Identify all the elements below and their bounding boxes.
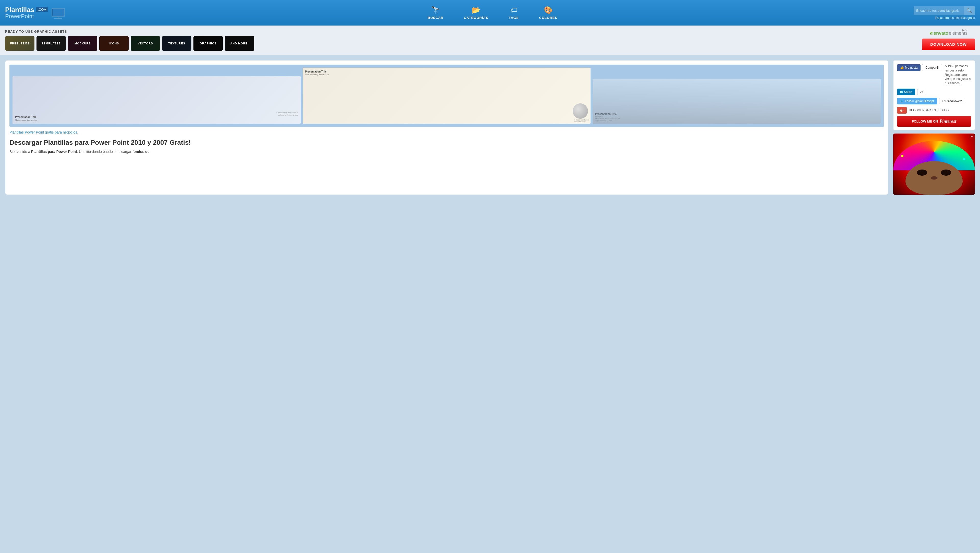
logo-com: .COM (36, 7, 48, 12)
linkedin-share-label: Share (904, 90, 912, 94)
banner-item-textures[interactable]: TEXTURES (162, 36, 191, 51)
banner-item-more[interactable]: AND MORE! (225, 36, 254, 51)
twitter-followers-count: 1,974 followers (939, 98, 966, 104)
page-description: Bienvenido a Plantillas para Power Point… (10, 149, 884, 155)
banner-label-icons: ICONS (109, 42, 119, 45)
pinterest-script-text: Pinterest (939, 119, 956, 124)
logo[interactable]: Plantillas .COM PowerPoint (5, 6, 76, 20)
nav-label-colores: COLORES (539, 16, 557, 20)
desc-rest: . Un sitio donde puedes descargar (77, 150, 132, 154)
banner-items: FREE ITEMS TEMPLATES MOCKUPS ICONS VECTO… (5, 36, 254, 51)
slide-title-1: Presentation Title (15, 116, 298, 118)
banner-item-templates[interactable]: TEMPLATES (37, 36, 66, 51)
ad-badge: ▶ (971, 135, 973, 138)
tag-icon: 🏷 (510, 6, 517, 14)
linkedin-count: 24 (917, 89, 926, 95)
banner-label-vectors: VECTORS (138, 42, 153, 45)
eye-right (941, 169, 951, 176)
content-right: 👍 Me gusta Compartir A 1950 personas les… (893, 60, 975, 195)
fb-social-text: A 1950 personas les gusta esto. Registra… (945, 64, 971, 86)
linkedin-row: in Share 24 (897, 89, 971, 95)
envato-name: envato (934, 30, 948, 36)
slide-preview-2: Presentation Title Your company informat… (303, 68, 591, 124)
download-now-button[interactable]: DOWNLOAD NOW (922, 38, 975, 50)
slide-overlay-3 (593, 79, 881, 124)
twitter-follow-button[interactable]: 🐦 Follow @plantillasppt (897, 98, 937, 104)
banner-item-free[interactable]: FREE ITEMS (5, 36, 35, 51)
twitter-bird-icon: 🐦 (900, 99, 904, 103)
banner-area: READY TO USE GRAPHIC ASSETS FREE ITEMS T… (0, 25, 980, 55)
nose (931, 176, 938, 180)
banner-label-graphics: GRAPHICS (200, 42, 216, 45)
decor-1 (901, 155, 904, 157)
folder-icon: 📂 (472, 6, 480, 14)
slide-footer-1: all registered trademarksbelong to their… (275, 112, 298, 116)
slide-title-2: Presentation Title Your company informat… (305, 70, 329, 76)
twitter-row: 🐦 Follow @plantillasppt 1,974 followers (897, 98, 971, 104)
slide-preview-3: Presentation Title My nameMy position, c… (593, 79, 881, 124)
facebook-row: 👍 Me gusta Compartir A 1950 personas les… (897, 64, 971, 86)
nav-item-tags[interactable]: 🏷 TAGS (498, 3, 529, 22)
logo-powerpoint: PowerPoint (5, 13, 48, 19)
banner-label-free: FREE ITEMS (10, 42, 29, 45)
decor-2 (963, 158, 965, 160)
fb-share-button[interactable]: Compartir (922, 64, 942, 71)
gplus-icon: g+ (900, 108, 904, 112)
social-box: 👍 Me gusta Compartir A 1950 personas les… (893, 60, 975, 131)
banner-label-textures: TEXTURES (168, 42, 185, 45)
banner-label-mockups: MOCKUPS (75, 42, 91, 45)
search-area: 🔍 Encuentra tus plantillas gratis (908, 6, 975, 20)
logo-icon (51, 6, 66, 19)
banner-item-graphics[interactable]: GRAPHICS (193, 36, 223, 51)
banner-label-more: AND MORE! (230, 42, 249, 45)
slide-preview-1: Presentation Title My company informatio… (13, 76, 301, 124)
pinterest-label: FOLLOW ME ON (912, 120, 938, 123)
preview-images: Presentation Title My company informatio… (13, 68, 881, 124)
logo-plantillas: Plantillas (5, 6, 34, 14)
fb-like-label: Me gusta (905, 66, 918, 69)
banner-label-templates: TEMPLATES (41, 42, 61, 45)
nav-item-colores[interactable]: 🎨 COLORES (529, 3, 568, 22)
eye-left (917, 169, 927, 176)
ad-box: ▶ (893, 134, 975, 195)
search-button[interactable]: 🔍 (964, 6, 975, 15)
content-left: Presentation Title My company informatio… (5, 60, 888, 195)
palette-icon: 🎨 (544, 6, 553, 14)
thumbs-up-icon: 👍 (900, 66, 904, 69)
gplus-label: RECOMENDAR ESTE SITIO (909, 108, 948, 112)
banner-right: ▶ ✕ 🌿 envato elements DOWNLOAD NOW (922, 30, 975, 50)
linkedin-in: in (900, 90, 903, 94)
slide-credits-2: © freepresentationtemplates.com (574, 119, 589, 123)
nav-label-buscar: BUSCAR (428, 16, 444, 20)
preview-link[interactable]: Plantillas Power Point gratis para negoc… (10, 130, 78, 134)
fb-like-button[interactable]: 👍 Me gusta (897, 64, 921, 71)
banner-left: READY TO USE GRAPHIC ASSETS FREE ITEMS T… (5, 30, 254, 51)
nav-item-categorias[interactable]: 📂 CATEGORÍAS (454, 3, 499, 22)
svg-rect-1 (52, 9, 64, 16)
carnival-image: ▶ (893, 134, 975, 195)
linkedin-share-button[interactable]: in Share (897, 89, 915, 95)
nav-label-tags: TAGS (509, 16, 519, 20)
logo-text: Plantillas .COM PowerPoint (5, 6, 48, 20)
banner-item-icons[interactable]: ICONS (99, 36, 129, 51)
fb-share-label: Compartir (925, 66, 939, 69)
main-nav: 🔭 BUSCAR 📂 CATEGORÍAS 🏷 TAGS 🎨 COLORES (76, 3, 908, 22)
search-box: 🔍 (914, 6, 975, 15)
page-title: Descargar Plantillas para Power Point 20… (10, 139, 884, 147)
header: Plantillas .COM PowerPoint 🔭 BUSCAR 📂 CA… (0, 0, 980, 25)
binoculars-icon: 🔭 (431, 6, 440, 14)
banner-item-mockups[interactable]: MOCKUPS (68, 36, 97, 51)
preview-box: Presentation Title My company informatio… (10, 65, 884, 127)
nav-item-buscar[interactable]: 🔭 BUSCAR (417, 3, 454, 22)
main-content: Presentation Title My company informatio… (0, 55, 980, 200)
banner-item-vectors[interactable]: VECTORS (130, 36, 160, 51)
pinterest-follow-button[interactable]: FOLLOW ME ON Pinterest (897, 116, 971, 127)
gplus-row: g+ RECOMENDAR ESTE SITIO (897, 107, 971, 114)
globe-decoration (573, 104, 588, 119)
search-input[interactable] (914, 6, 964, 15)
search-hint: Encuentra tus plantillas gratis (935, 16, 975, 20)
desc-bold: Plantillas para Power Point (31, 150, 77, 154)
desc-start: Bienvenido a (10, 150, 31, 154)
gplus-button[interactable]: g+ (897, 107, 907, 114)
nav-label-categorias: CATEGORÍAS (464, 16, 488, 20)
